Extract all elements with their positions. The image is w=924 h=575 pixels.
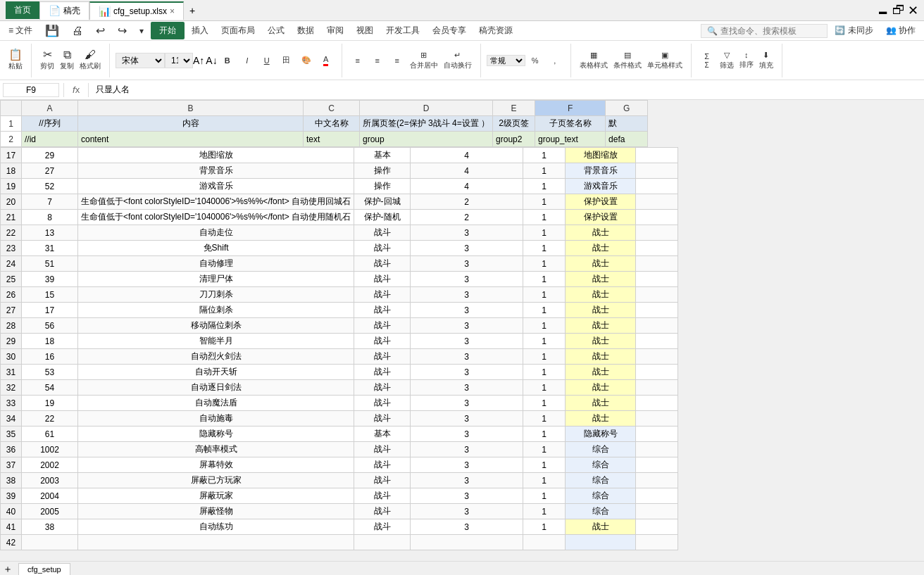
data-cell[interactable] bbox=[523, 535, 566, 550]
data-cell[interactable] bbox=[636, 256, 678, 272]
data-cell[interactable]: 生命值低于<font colorStyleID='1040006'>%s%%</… bbox=[78, 210, 354, 225]
data-cell[interactable]: 3 bbox=[411, 225, 523, 241]
data-cell[interactable]: 2004 bbox=[22, 488, 78, 504]
cell-1f[interactable]: 子页签名称 bbox=[535, 116, 606, 132]
data-cell[interactable]: 战斗 bbox=[354, 287, 411, 303]
data-cell[interactable]: 1 bbox=[523, 272, 566, 287]
data-cell[interactable]: 1 bbox=[523, 457, 566, 473]
data-cell[interactable]: 8 bbox=[22, 210, 78, 225]
data-cell[interactable]: 1 bbox=[523, 396, 566, 411]
data-cell[interactable]: 战士 bbox=[566, 380, 636, 396]
data-cell[interactable]: 战斗 bbox=[354, 473, 411, 488]
data-cell[interactable]: 19 bbox=[22, 396, 78, 411]
data-cell[interactable]: 3 bbox=[411, 241, 523, 256]
data-cell[interactable]: 战士 bbox=[566, 303, 636, 318]
menu-print-icon[interactable]: 🖨 bbox=[66, 22, 89, 40]
data-cell[interactable]: 战士 bbox=[566, 225, 636, 241]
data-cell[interactable]: 保护-随机 bbox=[354, 210, 411, 225]
data-cell[interactable]: 自动施毒 bbox=[78, 411, 354, 426]
data-cell[interactable]: 综合 bbox=[566, 473, 636, 488]
cell-2a[interactable]: //id bbox=[22, 132, 78, 147]
paste-button[interactable]: 📋 粘贴 bbox=[6, 48, 25, 72]
data-cell[interactable]: 屏蔽玩家 bbox=[78, 488, 354, 504]
data-cell[interactable]: 1 bbox=[523, 225, 566, 241]
conditional-format-button[interactable]: ▤ 条件格式 bbox=[611, 49, 644, 72]
data-cell[interactable]: 1 bbox=[523, 318, 566, 334]
data-cell[interactable]: 自动魔法盾 bbox=[78, 396, 354, 411]
data-cell[interactable]: 综合 bbox=[566, 457, 636, 473]
data-cell[interactable]: 1 bbox=[523, 194, 566, 210]
data-cell[interactable]: 保护设置 bbox=[566, 210, 636, 225]
data-cell[interactable]: 1 bbox=[523, 287, 566, 303]
menu-start-btn[interactable]: 开始 bbox=[151, 22, 185, 39]
cell-style-button[interactable]: ▣ 单元格样式 bbox=[644, 49, 685, 72]
sum-button[interactable]: Σ Σ bbox=[697, 51, 717, 70]
col-header-a[interactable]: A bbox=[22, 101, 78, 116]
sheet-area[interactable]: A B C D E F G 1 //序列 内容 中文名称 所属页签(2=保护 3… bbox=[0, 100, 924, 561]
data-cell[interactable]: 屏蔽怪物 bbox=[78, 504, 354, 519]
cell-1a[interactable]: //序列 bbox=[22, 116, 78, 132]
data-cell[interactable]: 2002 bbox=[22, 457, 78, 473]
data-cell[interactable]: 自动修理 bbox=[78, 256, 354, 272]
row-number-cell[interactable]: 26 bbox=[1, 287, 22, 303]
data-cell[interactable]: 1 bbox=[523, 411, 566, 426]
data-cell[interactable]: 1 bbox=[523, 365, 566, 380]
row-number-cell[interactable]: 17 bbox=[1, 148, 22, 163]
data-cell[interactable]: 1002 bbox=[22, 442, 78, 457]
underline-button[interactable]: U bbox=[257, 55, 277, 66]
data-cell[interactable]: 刀刀刺杀 bbox=[78, 287, 354, 303]
data-cell[interactable]: 战斗 bbox=[354, 504, 411, 519]
data-cell[interactable]: 战士 bbox=[566, 519, 636, 535]
data-cell[interactable]: 3 bbox=[411, 303, 523, 318]
data-cell[interactable]: 保护设置 bbox=[566, 194, 636, 210]
comma-button[interactable]: , bbox=[545, 55, 565, 66]
add-tab-button[interactable]: + bbox=[184, 2, 201, 19]
data-cell[interactable]: 54 bbox=[22, 380, 78, 396]
data-cell[interactable]: 4 bbox=[411, 148, 523, 163]
data-cell[interactable]: 战士 bbox=[566, 272, 636, 287]
data-cell[interactable] bbox=[636, 241, 678, 256]
data-cell[interactable]: 1 bbox=[523, 303, 566, 318]
tab-app[interactable]: 📄 稿壳 bbox=[39, 1, 89, 20]
row-number-cell[interactable]: 24 bbox=[1, 256, 22, 272]
data-cell[interactable]: 战士 bbox=[566, 256, 636, 272]
data-cell[interactable] bbox=[636, 380, 678, 396]
data-cell[interactable]: 移动隔位刺杀 bbox=[78, 318, 354, 334]
data-cell[interactable]: 3 bbox=[411, 411, 523, 426]
data-cell[interactable]: 3 bbox=[411, 504, 523, 519]
data-cell[interactable]: 地图缩放 bbox=[566, 148, 636, 163]
data-cell[interactable]: 游戏音乐 bbox=[566, 179, 636, 194]
menu-formula[interactable]: 公式 bbox=[262, 22, 290, 39]
row-number-cell[interactable]: 36 bbox=[1, 442, 22, 457]
data-cell[interactable]: 战斗 bbox=[354, 411, 411, 426]
data-cell[interactable] bbox=[636, 225, 678, 241]
col-header-b[interactable]: B bbox=[78, 101, 304, 116]
data-cell[interactable]: 自动烈火剑法 bbox=[78, 349, 354, 365]
menu-redo-icon[interactable]: ↪ bbox=[112, 21, 132, 40]
menu-more[interactable]: ▾ bbox=[134, 23, 149, 39]
menu-undo-icon[interactable]: ↩ bbox=[90, 21, 111, 40]
data-cell[interactable]: 3 bbox=[411, 380, 523, 396]
col-header-e[interactable]: E bbox=[493, 101, 535, 116]
cell-1d[interactable]: 所属页签(2=保护 3战斗 4=设置 ） bbox=[360, 116, 493, 132]
cell-2b[interactable]: content bbox=[78, 132, 304, 147]
close-window-icon[interactable]: ✕ bbox=[908, 3, 918, 18]
row-number-cell[interactable]: 20 bbox=[1, 194, 22, 210]
menu-collab[interactable]: 👥 协作 bbox=[880, 22, 921, 39]
data-cell[interactable]: 战斗 bbox=[354, 442, 411, 457]
cell-2c[interactable]: text bbox=[304, 132, 360, 147]
row-number-cell[interactable]: 25 bbox=[1, 272, 22, 287]
percent-button[interactable]: % bbox=[525, 55, 545, 66]
data-cell[interactable]: 战斗 bbox=[354, 349, 411, 365]
data-cell[interactable]: 15 bbox=[22, 287, 78, 303]
menu-insert[interactable]: 插入 bbox=[186, 22, 214, 39]
data-cell[interactable]: 屏幕特效 bbox=[78, 457, 354, 473]
search-input[interactable] bbox=[720, 26, 819, 36]
minimize-icon[interactable]: 🗕 bbox=[877, 3, 889, 18]
data-cell[interactable]: 1 bbox=[523, 504, 566, 519]
cell-1b[interactable]: 内容 bbox=[78, 116, 304, 132]
data-cell[interactable] bbox=[411, 535, 523, 550]
fill-color-button[interactable]: 🎨 bbox=[296, 54, 316, 66]
data-cell[interactable]: 战士 bbox=[566, 334, 636, 349]
data-cell[interactable]: 2003 bbox=[22, 473, 78, 488]
